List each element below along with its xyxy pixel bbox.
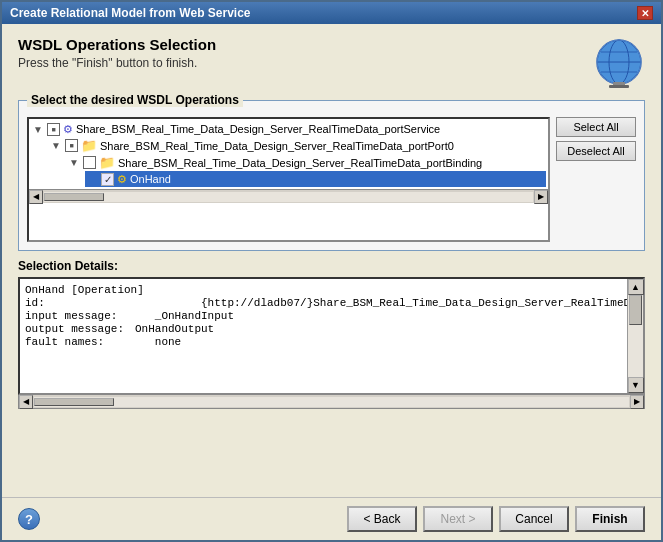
onhand-label: OnHand (130, 173, 171, 185)
tree-item-onhand[interactable]: ⚙ OnHand (85, 171, 546, 187)
tree-item-port[interactable]: ▼ 📁 Share_BSM_Real_Time_Data_Design_Serv… (49, 137, 546, 154)
detail-key-1: id: (25, 297, 135, 309)
vscroll-up-btn[interactable]: ▲ (628, 279, 644, 295)
details-h-scroll-right[interactable]: ▶ (630, 395, 644, 409)
checkbox-binding[interactable] (83, 156, 96, 169)
vscroll-track[interactable] (628, 295, 643, 377)
checkbox-onhand[interactable] (101, 173, 114, 186)
detail-row-2: input message: _OnHandInput (25, 310, 622, 322)
detail-row-4: fault names: none (25, 336, 622, 348)
expand-port[interactable]: ▼ (49, 139, 63, 153)
detail-row-0: OnHand [Operation] (25, 284, 622, 296)
detail-key-2: input message: (25, 310, 135, 322)
service-label: Share_BSM_Real_Time_Data_Design_Server_R… (76, 123, 440, 135)
tree-item-service[interactable]: ▼ ⚙ Share_BSM_Real_Time_Data_Design_Serv… (31, 121, 546, 137)
main-window: Create Relational Model from Web Service… (0, 0, 663, 542)
checkbox-port[interactable] (65, 139, 78, 152)
vscroll-down-btn[interactable]: ▼ (628, 377, 644, 393)
window-title: Create Relational Model from Web Service (10, 6, 251, 20)
back-button[interactable]: < Back (347, 506, 417, 532)
cancel-button[interactable]: Cancel (499, 506, 569, 532)
detail-val-3: OnHandOutput (135, 323, 214, 335)
header-text: WSDL Operations Selection Press the "Fin… (18, 36, 216, 70)
select-all-button[interactable]: Select All (556, 117, 636, 137)
details-h-scroll-thumb[interactable] (34, 398, 114, 406)
title-bar: Create Relational Model from Web Service… (2, 2, 661, 24)
vscroll-thumb[interactable] (629, 295, 642, 325)
tree-buttons: Select All Deselect All (556, 117, 636, 161)
port-label: Share_BSM_Real_Time_Data_Design_Server_R… (100, 140, 454, 152)
detail-key-3: output message: (25, 323, 135, 335)
expand-onhand (85, 172, 99, 186)
finish-button[interactable]: Finish (575, 506, 645, 532)
page-subtitle: Press the "Finish" button to finish. (18, 56, 216, 70)
expand-binding[interactable]: ▼ (67, 156, 81, 170)
detail-val-1: {http://dladb07/}Share_BSM_Real_Time_Dat… (135, 297, 627, 309)
help-button[interactable]: ? (18, 508, 40, 530)
deselect-all-button[interactable]: Deselect All (556, 141, 636, 161)
selection-details-label: Selection Details: (18, 259, 645, 273)
next-button[interactable]: Next > (423, 506, 493, 532)
h-scroll-right[interactable]: ▶ (534, 190, 548, 204)
h-scrollbar[interactable]: ◀ ▶ (29, 189, 548, 203)
detail-row-3: output message: OnHandOutput (25, 323, 622, 335)
globe-icon (593, 36, 645, 88)
tree-area: ▼ ⚙ Share_BSM_Real_Time_Data_Design_Serv… (27, 117, 550, 242)
footer: ? < Back Next > Cancel Finish (2, 497, 661, 540)
expand-service[interactable]: ▼ (31, 122, 45, 136)
h-scroll-thumb[interactable] (44, 193, 104, 201)
detail-key-0: OnHand [Operation] (25, 284, 144, 296)
detail-val-2: _OnHandInput (135, 310, 234, 322)
main-content: WSDL Operations Selection Press the "Fin… (2, 24, 661, 497)
group-box-label: Select the desired WSDL Operations (27, 93, 243, 107)
selection-details-section: Selection Details: OnHand [Operation] id… (18, 259, 645, 409)
svg-rect-7 (609, 85, 629, 88)
details-content: OnHand [Operation] id: {http://dladb07/}… (20, 279, 627, 393)
page-title: WSDL Operations Selection (18, 36, 216, 53)
detail-key-4: fault names: (25, 336, 135, 348)
details-vscrollbar[interactable]: ▲ ▼ (627, 279, 643, 393)
h-scroll-left[interactable]: ◀ (29, 190, 43, 204)
tree-section: ▼ ⚙ Share_BSM_Real_Time_Data_Design_Serv… (27, 117, 636, 242)
h-scroll-track[interactable] (44, 192, 533, 202)
detail-row-1: id: {http://dladb07/}Share_BSM_Real_Time… (25, 297, 622, 309)
checkbox-service[interactable] (47, 123, 60, 136)
header-section: WSDL Operations Selection Press the "Fin… (18, 36, 645, 88)
detail-val-4: none (135, 336, 181, 348)
details-h-scrollbar[interactable]: ◀ ▶ (18, 395, 645, 409)
close-button[interactable]: ✕ (637, 6, 653, 20)
binding-label: Share_BSM_Real_Time_Data_Design_Server_R… (118, 157, 482, 169)
details-h-scroll-track[interactable] (34, 397, 629, 407)
tree-item-binding[interactable]: ▼ 📁 Share_BSM_Real_Time_Data_Design_Serv… (67, 154, 546, 171)
details-h-scroll-left[interactable]: ◀ (19, 395, 33, 409)
wsdl-group-box: Select the desired WSDL Operations ▼ ⚙ S… (18, 100, 645, 251)
footer-buttons: < Back Next > Cancel Finish (347, 506, 645, 532)
tree-inner: ▼ ⚙ Share_BSM_Real_Time_Data_Design_Serv… (29, 119, 548, 189)
details-box: OnHand [Operation] id: {http://dladb07/}… (18, 277, 645, 395)
tree-scroll-area[interactable]: ▼ ⚙ Share_BSM_Real_Time_Data_Design_Serv… (27, 117, 550, 242)
